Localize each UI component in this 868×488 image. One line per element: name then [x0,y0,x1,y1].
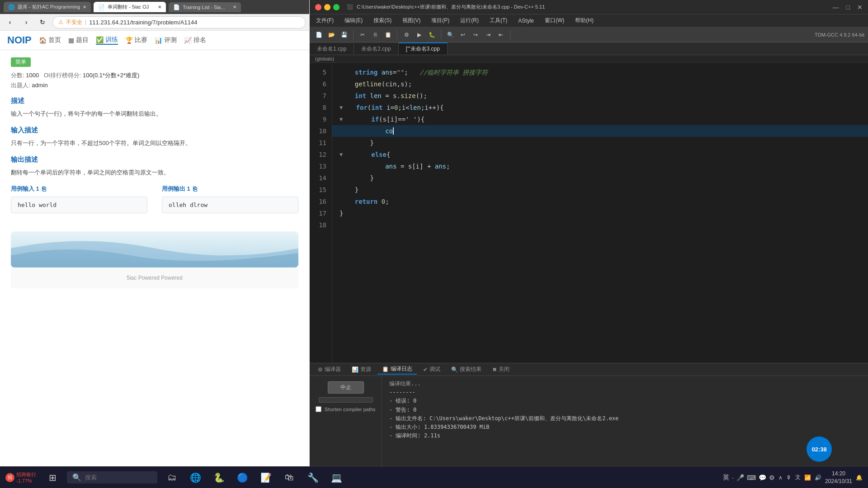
code-line-9[interactable]: ▼ if (s[i]==' '){ [332,113,868,125]
menu-window[interactable]: 窗口(W) [542,16,567,25]
toolbar-compile[interactable]: ⚙ [401,29,412,40]
taskbar-search-input[interactable] [85,474,148,481]
taskbar-python[interactable]: 🐍 [208,467,230,488]
stop-button[interactable]: 中止 [328,381,364,394]
file-tab-1[interactable]: 未命名1.cpp [310,43,354,55]
bottom-tab-search[interactable]: 🔍 搜索结果 [447,365,486,374]
shorten-paths-checkbox[interactable] [316,406,321,412]
toolbar-indent[interactable]: ⇥ [483,29,494,40]
menu-help[interactable]: 帮助(H) [572,16,596,25]
code-line-17[interactable]: } [332,207,868,219]
taskbar-tools[interactable]: 🔧 [302,467,324,488]
code-line-8[interactable]: ▼ for ( int i = 0 ; i < len ; i ++){ [332,102,868,113]
code-line-18[interactable] [332,219,868,231]
bottom-tab-debug[interactable]: ✔ 调试 [419,365,445,374]
taskbar-browser[interactable]: 🌐 [184,467,206,488]
bottom-tab-resource[interactable]: 📊 资源 [347,365,376,374]
nav-home[interactable]: 🏠 首页 [39,36,61,45]
browser-tab-3[interactable]: 📄 Training List - 5ia... ✕ [169,2,241,12]
taskbar-time[interactable]: 14:20 2024/10/31 [825,470,852,485]
menu-view[interactable]: 视图(V) [400,16,423,25]
reload-button[interactable]: ↻ [36,16,49,28]
menu-edit[interactable]: 编辑(E) [342,16,365,25]
menu-astyle[interactable]: AStyle [515,17,537,25]
toolbar-run[interactable]: ▶ [414,29,425,40]
bottom-tab-compiler[interactable]: ⚙ 编译器 [313,365,345,374]
toolbar-debug[interactable]: 🐛 [426,29,437,40]
back-button[interactable]: ‹ [4,16,16,28]
code-line-11[interactable]: } [332,137,868,149]
window-close-btn[interactable] [315,4,321,10]
mic-icon[interactable]: 🎤 [736,474,744,481]
mic-sys[interactable]: 🎙 [786,474,792,481]
nav-problems[interactable]: ▦ 题目 [68,36,89,45]
code-editor[interactable]: string ans = "" ; //临时字符串 拼接字符 getline (… [332,63,868,363]
code-line-7[interactable]: int len = s. size (); [332,90,868,102]
nav-contest[interactable]: 🏆 比赛 [125,36,147,45]
nav-rank[interactable]: 📈 排名 [184,36,206,45]
menu-run[interactable]: 运行(R) [458,16,481,25]
expand-9[interactable]: ▼ [340,113,343,125]
toolbar-paste[interactable]: 📋 [382,29,393,40]
toolbar-cut[interactable]: ✂ [357,29,368,40]
copy-output-icon[interactable]: ⎘ [193,185,197,192]
code-line-6[interactable]: getline (cin,s); [332,78,868,90]
nav-judge[interactable]: 📊 评测 [155,36,177,45]
toolbar-open[interactable]: 📂 [326,29,337,40]
window-minimize-btn[interactable] [324,4,330,10]
code-line-10[interactable]: co [332,125,868,137]
ime-icon[interactable]: 英 [723,474,729,482]
code-line-13[interactable]: ans = s[i] + ans ; [332,160,868,172]
code-line-5[interactable]: string ans = "" ; //临时字符串 拼接字符 [332,66,868,78]
punctuation-icon[interactable]: · [732,474,734,481]
taskbar-vscode[interactable]: 💻 [326,467,347,488]
expand-12[interactable]: ▼ [340,149,343,160]
tab-close-3[interactable]: ✕ [233,5,236,9]
code-line-14[interactable]: } [332,172,868,184]
toolbar-new[interactable]: 📄 [313,29,324,40]
nav-train[interactable]: ✅ 训练 [96,36,118,45]
address-input[interactable] [89,19,300,26]
code-line-15[interactable]: } [332,184,868,196]
toolbar-copy[interactable]: ⎘ [370,29,381,40]
wifi-icon[interactable]: 📶 [804,474,811,481]
forward-button[interactable]: › [20,16,33,28]
toolbar-undo[interactable]: ↩ [458,29,468,40]
notification-icon[interactable]: 🔔 [856,474,863,481]
file-tab-2[interactable]: 未命名2.cpp [354,43,398,55]
taskbar-edge[interactable]: 🔵 [231,467,253,488]
ime-extra-3[interactable]: ⚙ [769,474,775,481]
browser-tab-2[interactable]: 📄 单词翻转 - 5iac OJ ✕ [94,2,166,12]
browser-tab-1[interactable]: 🌐 题库 - 拓扑AC Programming ✕ [4,2,91,12]
tab-close-2[interactable]: ✕ [158,5,161,9]
window-maximize-icon[interactable]: □ [846,4,850,11]
toolbar-redo[interactable]: ↪ [470,29,481,40]
volume-icon[interactable]: 🔊 [815,474,821,481]
system-tray-expand[interactable]: ∧ [778,474,783,481]
toolbar-search[interactable]: 🔍 [445,29,456,40]
ime-extra-1[interactable]: ⌨ [747,474,756,481]
expand-8[interactable]: ▼ [340,102,343,113]
window-minimize-icon[interactable]: — [833,4,839,11]
menu-file[interactable]: 文件(F) [313,16,336,25]
bottom-tab-compile-log[interactable]: 📋 编译日志 [377,364,417,375]
copy-input-icon[interactable]: ⎘ [42,185,46,192]
code-line-12[interactable]: ▼ else { [332,149,868,160]
taskbar-explorer[interactable]: 🗂 [161,467,183,488]
bottom-tab-close[interactable]: ✖ 关闭 [488,365,514,374]
taskbar-wps[interactable]: 📝 [255,467,277,488]
stock-widget[interactable]: 招 招商银行 -1.77% [0,471,42,483]
code-line-16[interactable]: return 0 ; [332,196,868,207]
toolbar-unindent[interactable]: ⇤ [495,29,506,40]
ime-extra-2[interactable]: 💬 [759,474,766,481]
menu-tools[interactable]: 工具(T) [487,16,510,25]
toolbar-save[interactable]: 💾 [339,29,349,40]
ime-switch[interactable]: 文 [795,474,801,481]
tab-close-1[interactable]: ✕ [83,5,86,9]
file-tab-3[interactable]: ['"未命名3.cpp [399,42,448,55]
menu-search[interactable]: 搜索(S) [371,16,394,25]
window-maximize-btn[interactable] [333,4,340,10]
menu-project[interactable]: 项目(P) [429,16,452,25]
taskbar-start[interactable]: ⊞ [42,467,63,488]
taskbar-store[interactable]: 🛍 [278,467,300,488]
